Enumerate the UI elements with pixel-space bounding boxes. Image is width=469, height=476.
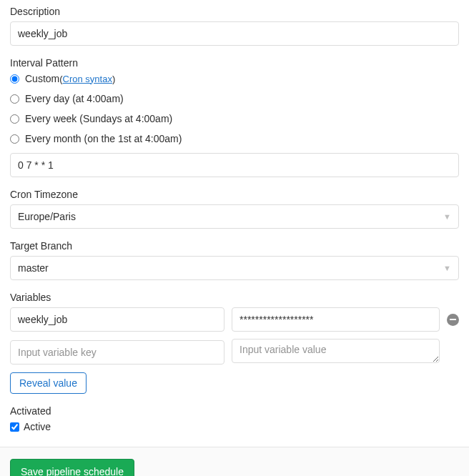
description-label: Description: [10, 6, 459, 17]
radio-monthly-text: Every month (on the 1st at 4:00am): [25, 133, 182, 144]
radio-daily-text: Every day (at 4:00am): [25, 93, 124, 104]
chevron-down-icon: ▼: [443, 264, 451, 272]
radio-weekly-input[interactable]: [10, 114, 19, 124]
save-button[interactable]: Save pipeline schedule: [10, 459, 134, 476]
active-checkbox-row[interactable]: Active: [10, 421, 459, 432]
radio-daily-input[interactable]: [10, 94, 19, 104]
active-checkbox-label: Active: [24, 421, 51, 432]
cron-paren-close: ): [112, 74, 115, 84]
radio-weekly-text: Every week (Sundays at 4:00am): [25, 113, 172, 124]
radio-custom-text: Custom: [25, 73, 59, 84]
interval-radio-custom[interactable]: Custom ( Cron syntax ): [10, 73, 459, 84]
radio-custom-input[interactable]: [10, 74, 19, 84]
reveal-value-button[interactable]: Reveal value: [10, 372, 87, 394]
interval-radio-monthly[interactable]: Every month (on the 1st at 4:00am): [10, 133, 459, 144]
activated-label: Activated: [10, 405, 459, 417]
active-checkbox[interactable]: [10, 422, 19, 432]
description-input[interactable]: [10, 21, 459, 46]
variable-row-new: [10, 339, 459, 365]
cron-syntax-link[interactable]: Cron syntax: [63, 74, 112, 84]
variable-key-input-new[interactable]: [10, 340, 224, 365]
radio-monthly-input[interactable]: [10, 134, 19, 144]
cron-expression-input[interactable]: [10, 153, 459, 177]
variable-row: [10, 307, 459, 332]
variable-value-input-new[interactable]: [232, 339, 440, 363]
interval-radio-daily[interactable]: Every day (at 4:00am): [10, 93, 459, 104]
interval-radio-weekly[interactable]: Every week (Sundays at 4:00am): [10, 113, 459, 124]
chevron-down-icon: ▼: [443, 212, 451, 221]
variable-value-input[interactable]: [232, 307, 440, 332]
timezone-value: Europe/Paris: [18, 211, 76, 222]
interval-label: Interval Pattern: [10, 57, 459, 69]
branch-value: master: [18, 262, 49, 274]
footer-bar: Save pipeline schedule: [0, 447, 469, 476]
branch-label: Target Branch: [10, 240, 459, 252]
timezone-label: Cron Timezone: [10, 189, 459, 200]
timezone-select[interactable]: Europe/Paris ▼: [10, 204, 459, 229]
branch-select[interactable]: master ▼: [10, 256, 459, 280]
variables-label: Variables: [10, 292, 459, 303]
remove-variable-icon[interactable]: [447, 314, 459, 326]
variable-key-input[interactable]: [10, 307, 224, 332]
